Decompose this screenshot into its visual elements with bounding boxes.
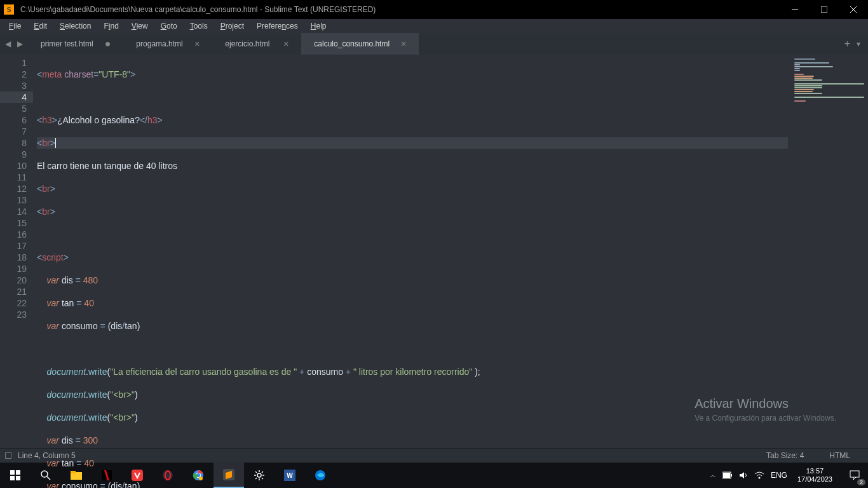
code-editor[interactable]: <meta charset="UTF-8"> <h3>¿Alcohol o ga… bbox=[33, 55, 792, 448]
tab-label: primer test.html bbox=[41, 39, 93, 48]
close-button[interactable] bbox=[839, 0, 868, 19]
line-number: 9 bbox=[3, 149, 27, 160]
tab-progama[interactable]: progama.html × bbox=[123, 33, 212, 55]
tab-ejercicio[interactable]: ejercicio.html × bbox=[212, 33, 301, 55]
tab-close-icon[interactable]: × bbox=[390, 39, 406, 49]
line-number: 12 bbox=[3, 183, 27, 194]
line-number: 13 bbox=[3, 194, 27, 206]
menu-goto[interactable]: Goto bbox=[154, 20, 184, 32]
line-number: 10 bbox=[3, 160, 27, 172]
menu-find[interactable]: Find bbox=[97, 20, 125, 32]
line-number: 17 bbox=[3, 240, 27, 252]
syntax-selector[interactable]: HTML bbox=[817, 451, 863, 460]
tab-label: progama.html bbox=[136, 39, 182, 48]
start-button[interactable] bbox=[0, 463, 31, 488]
window-titlebar: S C:\Users\gabadaedi\Documents\Nueva car… bbox=[0, 0, 868, 19]
line-number: 11 bbox=[3, 172, 27, 183]
app-icon: S bbox=[4, 4, 14, 15]
text-caret bbox=[55, 138, 56, 148]
menu-edit[interactable]: Edit bbox=[27, 20, 53, 32]
line-number: 19 bbox=[3, 263, 27, 274]
menu-file[interactable]: File bbox=[3, 20, 27, 32]
svg-rect-5 bbox=[16, 470, 20, 475]
line-number: 18 bbox=[3, 252, 27, 263]
new-tab-button[interactable]: + bbox=[844, 38, 850, 50]
minimap-content bbox=[794, 58, 864, 102]
tab-close-icon[interactable]: × bbox=[183, 39, 200, 49]
menu-bar: File Edit Selection Find View Goto Tools… bbox=[0, 19, 868, 33]
tab-primer-test[interactable]: primer test.html ● bbox=[28, 33, 123, 55]
svg-rect-7 bbox=[16, 476, 20, 480]
watermark-title: Activar Windows bbox=[695, 396, 836, 411]
line-number: 8 bbox=[3, 137, 27, 149]
close-icon bbox=[850, 6, 857, 13]
dirty-indicator-icon: ● bbox=[93, 38, 111, 50]
minimize-button[interactable] bbox=[780, 0, 810, 19]
tab-calculo-consumo[interactable]: calculo_consumo.html × bbox=[301, 33, 419, 55]
line-number: 16 bbox=[3, 229, 27, 240]
line-number-gutter[interactable]: 1 2 3 4 5 6 7 8 9 10 11 12 13 14 15 16 1… bbox=[0, 55, 33, 448]
notification-center-button[interactable]: 2 bbox=[841, 463, 868, 488]
line-number: 21 bbox=[3, 286, 27, 297]
menu-preferences[interactable]: Preferences bbox=[250, 20, 304, 32]
line-number: 1 bbox=[3, 57, 27, 69]
watermark-subtitle: Ve a Configuración para activar Windows. bbox=[695, 414, 836, 423]
tab-bar: ◀ ▶ primer test.html ● progama.html × ej… bbox=[0, 33, 868, 55]
tab-dropdown-button[interactable]: ▼ bbox=[855, 41, 862, 48]
line-number: 15 bbox=[3, 217, 27, 229]
menu-selection[interactable]: Selection bbox=[53, 20, 97, 32]
line-number: 6 bbox=[3, 114, 27, 126]
panel-switcher-icon[interactable] bbox=[5, 452, 11, 459]
maximize-button[interactable] bbox=[810, 0, 839, 19]
minimap[interactable] bbox=[792, 55, 868, 448]
nav-forward-button[interactable]: ▶ bbox=[16, 38, 24, 50]
line-number: 22 bbox=[3, 297, 27, 309]
clock-time: 13:57 bbox=[797, 467, 832, 475]
line-number: 4 bbox=[0, 92, 33, 103]
line-number: 5 bbox=[3, 103, 27, 114]
window-title: C:\Users\gabadaedi\Documents\Nueva carpe… bbox=[18, 5, 780, 14]
line-number: 20 bbox=[3, 274, 27, 286]
clock[interactable]: 13:57 17/04/2023 bbox=[794, 467, 836, 484]
editor-area: 1 2 3 4 5 6 7 8 9 10 11 12 13 14 15 16 1… bbox=[0, 55, 868, 448]
menu-help[interactable]: Help bbox=[304, 20, 333, 32]
line-number: 23 bbox=[3, 309, 27, 320]
line-number: 2 bbox=[3, 69, 27, 80]
menu-view[interactable]: View bbox=[125, 20, 154, 32]
svg-rect-37 bbox=[850, 471, 859, 477]
notification-icon bbox=[850, 470, 860, 480]
svg-rect-1 bbox=[821, 6, 827, 13]
maximize-icon bbox=[821, 6, 827, 13]
tab-label: calculo_consumo.html bbox=[314, 39, 390, 48]
notification-badge: 2 bbox=[857, 479, 865, 485]
tab-close-icon[interactable]: × bbox=[272, 39, 288, 49]
menu-tools[interactable]: Tools bbox=[184, 20, 214, 32]
line-number: 14 bbox=[3, 206, 27, 217]
windows-icon bbox=[10, 470, 20, 480]
line-number: 7 bbox=[3, 126, 27, 137]
svg-rect-6 bbox=[10, 476, 15, 480]
menu-project[interactable]: Project bbox=[214, 20, 250, 32]
svg-rect-4 bbox=[10, 470, 15, 475]
windows-activation-watermark: Activar Windows Ve a Configuración para … bbox=[695, 396, 836, 423]
nav-back-button[interactable]: ◀ bbox=[4, 38, 12, 50]
tab-label: ejercicio.html bbox=[225, 39, 269, 48]
clock-date: 17/04/2023 bbox=[797, 475, 832, 484]
line-number: 3 bbox=[3, 80, 27, 92]
minimize-icon bbox=[792, 6, 798, 13]
